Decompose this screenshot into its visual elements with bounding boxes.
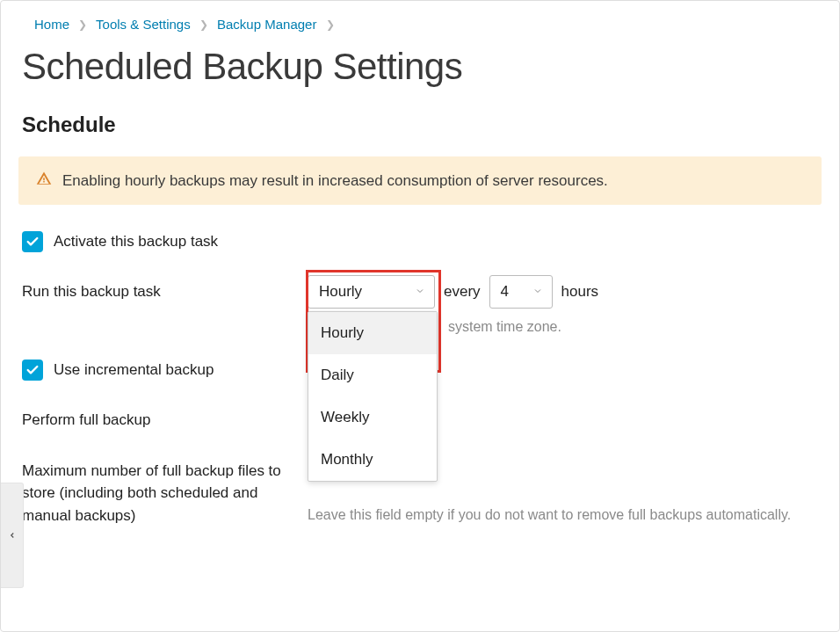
- activate-label: Activate this backup task: [54, 233, 218, 251]
- frequency-dropdown: Hourly Daily Weekly Monthly: [308, 311, 438, 482]
- frequency-option-monthly[interactable]: Monthly: [308, 439, 437, 481]
- warning-alert: Enabling hourly backups may result in in…: [18, 156, 822, 205]
- hours-suffix: hours: [561, 283, 599, 301]
- frequency-select[interactable]: Hourly: [308, 275, 435, 309]
- settings-panel: Home ❯ Tools & Settings ❯ Backup Manager…: [0, 0, 840, 632]
- hours-select[interactable]: 4: [489, 275, 553, 309]
- full-backup-label: Perform full backup: [22, 403, 308, 432]
- side-collapse-tab[interactable]: [1, 483, 24, 588]
- hours-value: 4: [501, 283, 509, 301]
- frequency-value: Hourly: [319, 283, 362, 301]
- incremental-checkbox[interactable]: [22, 360, 43, 381]
- breadcrumb: Home ❯ Tools & Settings ❯ Backup Manager…: [18, 1, 822, 40]
- page-title: Scheduled Backup Settings: [18, 46, 822, 88]
- section-title-schedule: Schedule: [18, 113, 822, 137]
- frequency-option-weekly[interactable]: Weekly: [308, 396, 437, 439]
- frequency-option-hourly[interactable]: Hourly: [308, 312, 437, 354]
- frequency-option-daily[interactable]: Daily: [308, 354, 437, 396]
- breadcrumb-home[interactable]: Home: [34, 17, 69, 32]
- chevron-right-icon: ❯: [199, 18, 208, 31]
- chevron-right-icon: ❯: [326, 18, 335, 31]
- incremental-label: Use incremental backup: [54, 361, 214, 379]
- activate-checkbox[interactable]: [22, 231, 43, 252]
- warning-text: Enabling hourly backups may result in in…: [62, 172, 608, 190]
- run-task-label: Run this backup task: [22, 275, 308, 303]
- chevron-right-icon: ❯: [78, 18, 87, 31]
- every-text: every: [444, 283, 481, 301]
- breadcrumb-backup-manager[interactable]: Backup Manager: [217, 17, 316, 32]
- max-files-hint: Leave this field empty if you do not wan…: [308, 505, 822, 525]
- chevron-down-icon: [532, 283, 543, 301]
- chevron-down-icon: [415, 283, 425, 301]
- max-files-label: Maximum number of full backup files to s…: [22, 454, 308, 527]
- breadcrumb-tools-settings[interactable]: Tools & Settings: [96, 17, 191, 32]
- warning-icon: [36, 171, 52, 191]
